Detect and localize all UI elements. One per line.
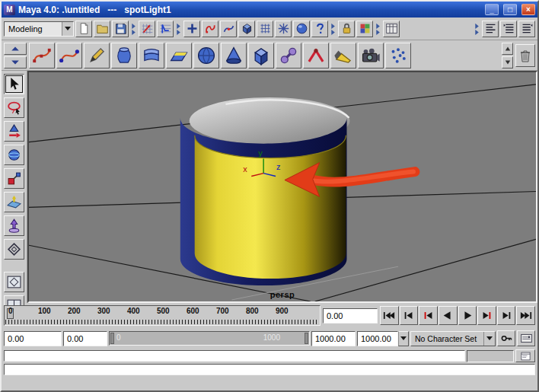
spotlight-icon[interactable] (330, 43, 356, 69)
chevron-down-icon[interactable] (62, 22, 73, 36)
particles-icon[interactable] (385, 43, 411, 69)
character-set-dropdown[interactable]: No Character Set (410, 331, 496, 346)
go-to-start-icon[interactable] (380, 306, 399, 325)
chevron-down-icon[interactable] (483, 332, 495, 346)
grid-arrow-icon[interactable] (157, 21, 174, 37)
cube3d-icon[interactable] (248, 43, 274, 69)
titlebar[interactable]: M Maya 4.0: .\untitled --- spotLight1 _ … (2, 2, 537, 18)
cone-icon[interactable] (221, 43, 247, 69)
single-pane-icon[interactable] (4, 272, 24, 292)
auto-keyframe-icon[interactable] (497, 330, 515, 346)
toolbar-separator[interactable] (130, 21, 137, 37)
rotate-tool-icon[interactable] (4, 145, 24, 165)
maximize-button[interactable]: □ (503, 4, 517, 15)
menu-set-dropdown[interactable]: Modeling (4, 21, 74, 37)
range-end-handle[interactable] (305, 333, 308, 344)
maya-window: M Maya 4.0: .\untitled --- spotLight1 _ … (0, 0, 539, 392)
play-forwards-icon[interactable] (458, 306, 477, 325)
lock-icon[interactable] (338, 21, 355, 37)
shelf-tab-down-icon[interactable] (4, 56, 27, 69)
cv-curve-icon[interactable] (29, 43, 55, 69)
pencil-icon[interactable] (84, 43, 110, 69)
play-backwards-icon[interactable] (439, 306, 458, 325)
scroll-down-icon[interactable] (502, 56, 513, 69)
question-icon[interactable] (311, 21, 328, 37)
step-back-frame-icon[interactable] (400, 306, 419, 325)
toolbox (2, 71, 27, 303)
list2-icon[interactable] (500, 21, 517, 37)
toolbar-separator[interactable] (375, 21, 381, 37)
shelf-tab-up-icon[interactable] (4, 43, 27, 55)
time-tick-label: 300 (97, 307, 110, 315)
scale-tool-icon[interactable] (4, 168, 24, 189)
range-start-handle[interactable] (110, 333, 114, 344)
shelf-scrollbar (502, 43, 513, 69)
page-icon[interactable] (75, 21, 92, 37)
lattice-icon[interactable] (257, 21, 273, 37)
shelf-tab-control (4, 43, 27, 69)
status-line-icons (75, 21, 535, 37)
lasttool-icon[interactable] (4, 239, 24, 260)
list3-icon[interactable] (518, 21, 535, 37)
move-tool-icon[interactable] (4, 121, 24, 142)
animation-start-field[interactable] (63, 331, 107, 346)
chevron-down-icon[interactable] (398, 331, 409, 346)
close-button[interactable]: × (521, 4, 535, 15)
step-forward-key-icon[interactable] (477, 306, 496, 325)
range-slider[interactable]: 0 1000 (109, 331, 310, 346)
animation-preferences-icon[interactable] (517, 330, 535, 346)
axis-x-label: x (243, 164, 247, 174)
ik-icon[interactable] (303, 43, 329, 69)
softmod-tool-icon[interactable] (4, 215, 24, 236)
script-editor-icon[interactable] (515, 349, 535, 362)
curve-point-icon[interactable] (220, 21, 237, 37)
sphere-icon[interactable] (293, 21, 310, 37)
squiggle-icon[interactable] (202, 21, 218, 37)
cube-icon[interactable] (238, 21, 255, 37)
time-tick-label: 0 (8, 307, 13, 315)
time-tick-label: 200 (68, 307, 81, 315)
time-slider[interactable]: 0100200300400500600700800900 (4, 305, 321, 326)
minimize-button[interactable]: _ (485, 4, 499, 15)
perspective-viewport[interactable]: y x z persp (27, 71, 537, 303)
go-to-end-icon[interactable] (516, 306, 535, 325)
camera-icon[interactable] (358, 43, 384, 69)
toolbar-separator[interactable] (175, 21, 182, 37)
trash-icon[interactable] (515, 44, 535, 67)
manip-tool-icon[interactable] (4, 192, 24, 212)
revolve-icon[interactable] (111, 43, 137, 69)
shelf (2, 40, 537, 71)
toolbar-separator[interactable] (330, 21, 336, 37)
grid-cross-icon[interactable] (139, 21, 155, 37)
scroll-up-icon[interactable] (502, 43, 513, 55)
command-line-input[interactable] (4, 350, 465, 362)
plus-icon[interactable] (183, 21, 200, 37)
ep-curve-icon[interactable] (56, 43, 82, 69)
command-line-row (2, 349, 537, 363)
time-ticks (5, 320, 319, 324)
help-line (4, 364, 535, 375)
loft-icon[interactable] (139, 43, 164, 69)
step-back-key-icon[interactable] (419, 306, 438, 325)
help-line-row (2, 363, 537, 378)
joint-icon[interactable] (276, 43, 301, 69)
maya-app-icon: M (4, 5, 15, 15)
table-icon[interactable] (383, 21, 400, 37)
list1-icon[interactable] (482, 21, 499, 37)
step-forward-frame-icon[interactable] (497, 306, 516, 325)
select-tool-icon[interactable] (4, 74, 24, 94)
lasso-tool-icon[interactable] (4, 97, 24, 118)
playback-start-field[interactable] (4, 331, 62, 346)
folder-icon[interactable] (94, 21, 110, 37)
time-tick-label: 700 (216, 307, 229, 315)
current-time-field[interactable] (323, 308, 378, 323)
viewport-canvas: y x z (29, 72, 536, 301)
star-icon[interactable] (275, 21, 292, 37)
planar-icon[interactable] (166, 43, 192, 69)
toolbar-separator[interactable] (474, 21, 480, 37)
colorgrid-icon[interactable] (356, 21, 373, 37)
floppy-icon[interactable] (112, 21, 129, 37)
animation-end-field[interactable] (311, 331, 356, 346)
sphere3d-icon[interactable] (193, 43, 219, 69)
playback-end-field[interactable] (357, 331, 398, 346)
